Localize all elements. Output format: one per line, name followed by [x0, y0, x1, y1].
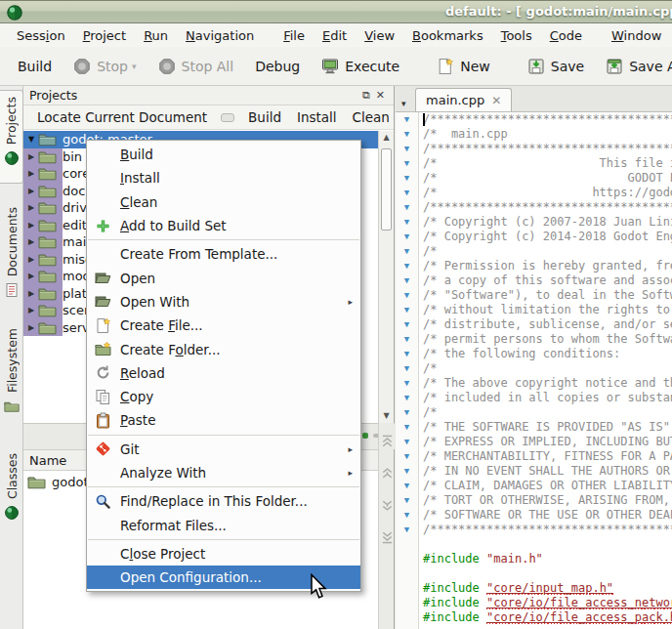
fold-marker-icon[interactable]: ▼ — [396, 435, 418, 449]
fold-marker-icon[interactable]: ▼ — [396, 288, 418, 303]
fold-marker-icon[interactable]: ▼ — [396, 391, 418, 405]
expander-icon[interactable]: ▶ — [26, 237, 36, 246]
fold-marker-icon[interactable]: ▼ — [396, 508, 418, 523]
titlebar[interactable]: default: - [ godot:main/main.cpp ] — [0, 0, 672, 23]
debug-button[interactable]: Debug — [247, 55, 308, 78]
context-menu-item-install[interactable]: Install — [87, 166, 360, 189]
expander-icon[interactable]: ▶ — [26, 323, 36, 332]
fold-marker-icon[interactable]: ▼ — [396, 361, 418, 376]
panel-close-button[interactable]: ✕ — [373, 89, 388, 102]
expander-icon[interactable]: ▶ — [26, 187, 36, 195]
menu-code[interactable]: Code — [541, 26, 591, 45]
nav-top-button[interactable] — [379, 434, 395, 455]
dock-tab-projects[interactable]: Projects — [0, 90, 23, 184]
fold-marker-icon[interactable]: ▼ — [396, 493, 418, 508]
code-text[interactable]: /***************************************… — [420, 112, 672, 625]
expander-icon[interactable]: ▶ — [26, 169, 36, 178]
fold-marker-icon[interactable]: ▼ — [396, 215, 418, 230]
expander-icon[interactable]: ▶ — [26, 306, 36, 314]
context-menu-item-add-to-build-set[interactable]: Add to Build Set — [87, 214, 360, 237]
menu-view[interactable]: View — [356, 26, 403, 45]
fold-marker-icon[interactable]: ▼ — [396, 171, 418, 186]
fold-marker-icon[interactable]: ▼ — [396, 347, 418, 361]
fold-marker-icon[interactable]: ▼ — [396, 259, 418, 273]
context-menu-item-reload[interactable]: Reload — [87, 361, 360, 385]
fold-marker-icon[interactable]: ▼ — [396, 112, 418, 127]
fold-marker-icon[interactable]: ▼ — [396, 156, 418, 171]
context-menu-item-analyze-with[interactable]: Analyze With▸ — [87, 461, 360, 484]
panel-install-button[interactable]: Install — [289, 107, 345, 127]
fold-marker-icon[interactable]: ▼ — [396, 186, 418, 200]
dock-tab-documents[interactable]: Documents — [0, 201, 23, 307]
menu-tools[interactable]: Tools — [492, 26, 541, 45]
context-menu-item-copy[interactable]: Copy — [87, 385, 360, 408]
fold-marker-icon[interactable]: ▼ — [396, 523, 418, 537]
menu-edit[interactable]: Edit — [314, 26, 356, 45]
fold-marker-icon[interactable]: ▼ — [396, 303, 418, 317]
context-menu-item-find-replace-in-this-folder[interactable]: Find/Replace in This Folder... — [87, 489, 360, 513]
scroll-up-arrow[interactable]: ▲ — [379, 131, 394, 145]
panel-build-button[interactable]: Build — [240, 107, 289, 127]
fold-marker-icon[interactable]: ▼ — [396, 479, 418, 493]
expander-icon[interactable]: ▶ — [26, 221, 36, 230]
context-menu-item-build[interactable]: Build — [87, 143, 360, 166]
menu-navigation[interactable]: Navigation — [177, 26, 263, 45]
expander-icon[interactable]: ▶ — [26, 255, 36, 264]
menu-run[interactable]: Run — [135, 26, 177, 45]
menu-file[interactable]: File — [274, 26, 314, 45]
document-list-dropdown-icon[interactable]: ▾ — [401, 99, 406, 108]
fold-marker-icon[interactable]: ▼ — [396, 244, 418, 259]
context-menu-item-open[interactable]: Open — [87, 266, 360, 289]
fold-marker-icon[interactable]: ▼ — [396, 464, 418, 479]
fold-marker-icon[interactable]: ▼ — [396, 449, 418, 464]
panel-clean-button[interactable]: Clean — [345, 107, 398, 127]
fold-marker-icon[interactable]: ▼ — [396, 332, 418, 347]
build-button[interactable]: Build — [10, 55, 60, 78]
context-menu-item-open-with[interactable]: Open With▸ — [87, 290, 360, 314]
expander-icon[interactable]: ▶ — [26, 289, 36, 298]
nav-up-button[interactable] — [379, 466, 395, 487]
fold-marker-icon[interactable]: ▼ — [396, 420, 418, 435]
menu-bookmarks[interactable]: Bookmarks — [403, 26, 492, 45]
code-folding-margin[interactable]: ▼▼▼▼▼▼▼▼▼▼▼▼▼▼▼▼▼▼▼▼▼▼▼▼▼▼▼▼▼ — [396, 112, 419, 629]
save-button[interactable]: Save — [520, 54, 592, 79]
context-menu-item-paste[interactable]: Paste — [87, 408, 360, 432]
fold-marker-icon[interactable]: ▼ — [396, 376, 418, 391]
context-menu-item-create-file[interactable]: Create File... — [87, 314, 360, 337]
fold-marker-icon[interactable]: ▼ — [396, 142, 418, 156]
code-area[interactable]: ▼▼▼▼▼▼▼▼▼▼▼▼▼▼▼▼▼▼▼▼▼▼▼▼▼▼▼▼▼ /*********… — [396, 112, 672, 629]
dock-tab-filesystem[interactable]: Filesystem — [0, 322, 23, 432]
context-menu-item-git[interactable]: Git▸ — [87, 438, 360, 461]
fold-marker-icon[interactable]: ▼ — [396, 273, 418, 288]
new-button[interactable]: New — [429, 54, 498, 79]
fold-marker-icon[interactable]: ▼ — [396, 200, 418, 215]
expander-icon[interactable]: ▼ — [26, 135, 36, 144]
fold-marker-icon[interactable]: ▼ — [396, 230, 418, 244]
dock-tab-classes[interactable]: Classes — [0, 447, 23, 541]
context-menu-item-create-from-template[interactable]: Create From Template... — [87, 242, 360, 266]
context-menu-item-reformat-files[interactable]: Reformat Files... — [87, 513, 360, 536]
fold-marker-icon[interactable]: ▼ — [396, 127, 418, 142]
context-menu-item-close-project[interactable]: Close Project — [87, 542, 360, 566]
execute-button[interactable]: Execute — [314, 54, 407, 79]
menu-window[interactable]: Window — [603, 26, 670, 45]
expander-icon[interactable]: ▶ — [26, 203, 36, 212]
fold-marker-icon[interactable]: ▼ — [396, 405, 418, 420]
tab-main-cpp[interactable]: main.cpp ✕ — [415, 88, 512, 111]
menu-project[interactable]: Project — [74, 26, 136, 45]
panel-float-button[interactable]: ⧉ — [359, 89, 373, 102]
locate-current-document-button[interactable]: Locate Current Document — [29, 107, 215, 127]
scrollbar-thumb[interactable] — [381, 148, 392, 231]
scroll-down-arrow[interactable]: ▼ — [379, 409, 394, 423]
save-as-button[interactable]: Save As — [598, 54, 672, 79]
expander-icon[interactable]: ▶ — [26, 272, 36, 280]
fold-marker-icon[interactable]: ▼ — [396, 317, 418, 332]
tree-scrollbar[interactable]: ▲ ▼ — [378, 131, 394, 423]
expander-icon[interactable]: ▶ — [26, 152, 36, 161]
build-selection-icon-button[interactable] — [221, 113, 234, 122]
nav-down-button[interactable] — [379, 498, 395, 520]
context-menu-item-clean[interactable]: Clean — [87, 190, 360, 214]
nav-bottom-button[interactable] — [379, 530, 395, 552]
context-menu-item-create-folder[interactable]: Create Folder... — [87, 337, 360, 360]
menu-session[interactable]: Session — [8, 26, 74, 45]
